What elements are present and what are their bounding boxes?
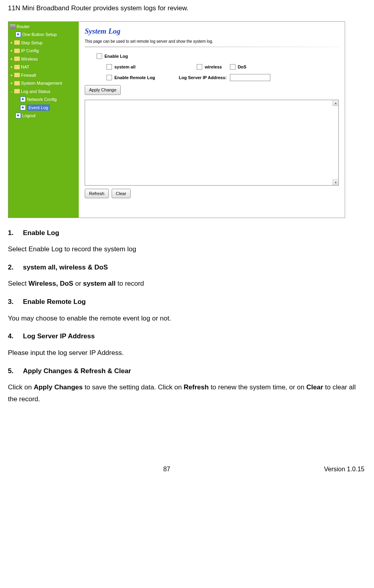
page-footer: 87 Version 1.0.15 bbox=[8, 465, 366, 474]
nav-label: Logout bbox=[22, 112, 36, 119]
nav-item[interactable]: + Wireless bbox=[8, 55, 79, 63]
expand-icon[interactable]: + bbox=[10, 47, 13, 54]
log-server-ip-input[interactable] bbox=[230, 74, 270, 81]
page-title: System Log bbox=[85, 26, 339, 37]
nav-item[interactable]: Network Config bbox=[8, 95, 79, 104]
folder-icon bbox=[14, 40, 20, 45]
scroll-down-icon[interactable]: ▾ bbox=[332, 179, 338, 185]
enable-log-checkbox[interactable] bbox=[97, 53, 102, 59]
nav-label: One Button Setup bbox=[22, 31, 57, 38]
folder-icon bbox=[14, 89, 20, 93]
nav-item[interactable]: + IP Config bbox=[8, 47, 79, 55]
scroll-up-icon[interactable]: ▴ bbox=[332, 100, 338, 106]
log-textarea[interactable]: ▴ ▾ bbox=[85, 100, 339, 186]
section-2-body: Select Wireless, DoS or system all to re… bbox=[8, 278, 366, 290]
log-server-label: Log Server IP Address: bbox=[179, 74, 227, 81]
header-text: 11N Mini Broadband Router provides syste… bbox=[8, 3, 366, 13]
page-icon bbox=[20, 105, 26, 110]
nav-item[interactable]: + Step Setup bbox=[8, 39, 79, 47]
page-icon bbox=[20, 97, 26, 102]
dos-label: DoS bbox=[238, 64, 247, 70]
page-number: 87 bbox=[9, 465, 324, 474]
nav-item-selected[interactable]: Event Log bbox=[8, 104, 79, 112]
expand-icon[interactable]: + bbox=[10, 40, 13, 46]
router-admin-screenshot: Router One Button Setup + Step Setup + I… bbox=[8, 21, 345, 218]
section-5-body: Click on Apply Changes to save the setti… bbox=[8, 381, 366, 405]
expand-icon[interactable]: + bbox=[10, 72, 13, 79]
content-panel: System Log This page can be used to set … bbox=[79, 22, 345, 218]
nav-root-label: Router bbox=[17, 23, 30, 30]
nav-label: Firewall bbox=[21, 72, 36, 79]
wireless-label: wireless bbox=[205, 64, 222, 70]
enable-remote-label: Enable Remote Log bbox=[114, 74, 155, 81]
nav-item[interactable]: + System Management bbox=[8, 79, 79, 87]
folder-icon bbox=[14, 65, 20, 69]
clear-button[interactable]: Clear bbox=[112, 189, 131, 199]
section-2-heading: 2.system all, wireless & DoS bbox=[8, 262, 366, 273]
enable-log-label: Enable Log bbox=[104, 53, 128, 60]
nav-label: System Management bbox=[21, 80, 62, 87]
enable-remote-checkbox[interactable] bbox=[106, 75, 112, 80]
enable-log-row: Enable Log bbox=[97, 53, 339, 60]
nav-item[interactable]: + Firewall bbox=[8, 71, 79, 80]
router-icon bbox=[10, 24, 15, 29]
log-options-row: system all wireless DoS bbox=[106, 64, 339, 70]
section-1-heading: 1.Enable Log bbox=[8, 228, 366, 238]
dos-checkbox[interactable] bbox=[230, 64, 235, 70]
nav-item[interactable]: Logout bbox=[8, 112, 79, 120]
nav-label: Network Config bbox=[27, 96, 57, 103]
section-5-heading: 5.Apply Changes & Refresh & Clear bbox=[8, 366, 366, 376]
folder-icon bbox=[14, 73, 20, 77]
divider bbox=[85, 47, 339, 47]
section-4-heading: 4.Log Server IP Address bbox=[8, 331, 366, 341]
collapse-icon[interactable]: - bbox=[10, 88, 13, 95]
wireless-checkbox[interactable] bbox=[197, 64, 202, 70]
section-1-body: Select Enable Log to record the system l… bbox=[8, 243, 366, 255]
nav-label: Log and Status bbox=[21, 88, 50, 95]
section-3-body: You may choose to enable the remote even… bbox=[8, 313, 366, 324]
nav-label: Step Setup bbox=[21, 40, 42, 46]
page-description: This page can be used to set remote log … bbox=[85, 38, 339, 44]
nav-tree: Router One Button Setup + Step Setup + I… bbox=[8, 22, 79, 218]
nav-item[interactable]: + NAT bbox=[8, 63, 79, 71]
page-icon bbox=[15, 113, 21, 118]
nav-label: Wireless bbox=[21, 56, 38, 63]
section-4-body: Please input the log server IP Address. bbox=[8, 347, 366, 359]
page-icon bbox=[15, 32, 21, 37]
nav-label: IP Config bbox=[21, 47, 39, 54]
expand-icon[interactable]: + bbox=[10, 80, 13, 87]
system-all-label: system all bbox=[114, 64, 135, 70]
nav-root[interactable]: Router bbox=[8, 23, 79, 31]
folder-icon bbox=[14, 49, 20, 53]
refresh-button[interactable]: Refresh bbox=[85, 189, 109, 199]
expand-icon[interactable]: + bbox=[10, 56, 13, 63]
version-label: Version 1.0.15 bbox=[324, 465, 365, 474]
nav-item[interactable]: - Log and Status bbox=[8, 87, 79, 96]
section-3-heading: 3.Enable Remote Log bbox=[8, 297, 366, 307]
system-all-checkbox[interactable] bbox=[106, 64, 112, 70]
nav-label: NAT bbox=[21, 64, 29, 70]
apply-change-button[interactable]: Apply Change bbox=[85, 85, 121, 95]
remote-log-row: Enable Remote Log Log Server IP Address: bbox=[106, 74, 339, 81]
nav-item[interactable]: One Button Setup bbox=[8, 30, 79, 39]
nav-label: Event Log bbox=[27, 104, 50, 111]
expand-icon[interactable]: + bbox=[10, 64, 13, 70]
folder-icon bbox=[14, 81, 20, 85]
folder-icon bbox=[14, 57, 20, 61]
